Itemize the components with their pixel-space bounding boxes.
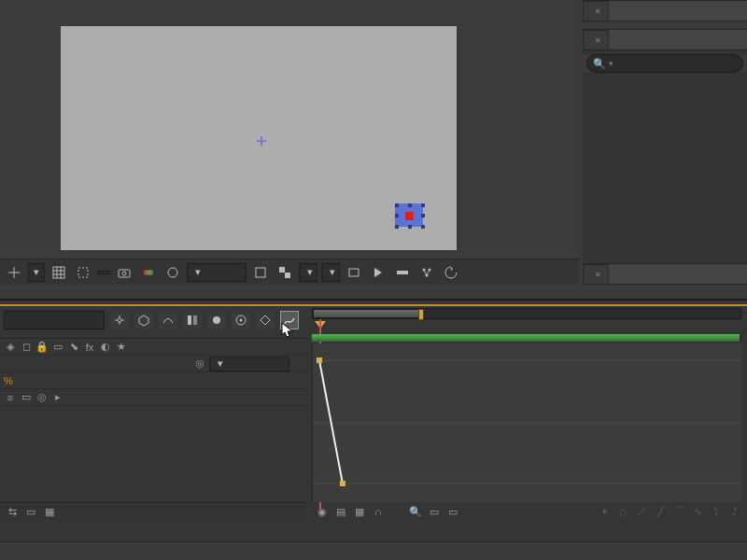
footer-icon-3[interactable]: ▦	[43, 506, 56, 519]
eye-icon[interactable]: ◈	[4, 341, 17, 354]
svg-point-15	[118, 318, 121, 322]
comp-search-field[interactable]	[4, 311, 105, 329]
mask-toggle[interactable]	[73, 263, 93, 282]
svg-point-6	[168, 268, 177, 277]
expression-language-icon[interactable]: ▸	[51, 391, 64, 404]
graph-options-icon[interactable]: ▤	[334, 505, 347, 518]
edit-keys-icon[interactable]: ◇	[616, 505, 629, 518]
flowchart-button[interactable]	[416, 263, 437, 282]
transparency-grid-toggle[interactable]	[275, 263, 295, 282]
svg-rect-17	[193, 315, 197, 325]
pickwhip-icon[interactable]: ◎	[193, 357, 206, 371]
grid-toggle[interactable]	[49, 263, 69, 282]
ease-icon[interactable]: ∿	[691, 505, 704, 518]
svg-rect-8	[279, 267, 285, 273]
fast-preview-menu[interactable]	[368, 263, 388, 282]
lock-icon[interactable]: 🔒	[35, 341, 49, 354]
preview-tab[interactable]: ×	[583, 1, 609, 21]
svg-point-20	[240, 319, 243, 322]
current-time-indicator[interactable]	[315, 319, 326, 334]
motion-blur-toggle[interactable]	[207, 311, 226, 329]
effects-tab[interactable]: ×	[583, 30, 609, 49]
svg-rect-25	[340, 481, 345, 486]
pixel-aspect-toggle[interactable]	[344, 263, 364, 282]
graph-type-icon[interactable]: ▦	[353, 505, 366, 518]
svg-rect-24	[317, 357, 322, 363]
easy-ease-in-icon[interactable]: ⤵	[710, 505, 723, 518]
exposure-reset[interactable]	[441, 263, 461, 282]
character-panel: ×	[583, 263, 747, 285]
fit-all-icon[interactable]: 🔍	[409, 505, 422, 518]
composition-viewer: ▾ ▾ ▾ ▾	[0, 0, 579, 285]
effects-panel: × 🔍▾	[583, 29, 747, 73]
expression-enable-icon[interactable]: ≡	[4, 391, 17, 404]
hide-shy-toggle[interactable]	[159, 311, 177, 329]
expression-pickwhip-icon[interactable]: ◎	[35, 391, 49, 404]
shy-switch-icon[interactable]: ⬊	[67, 341, 80, 354]
magnification-dropdown[interactable]: ▾	[28, 263, 45, 282]
fx-switch-icon[interactable]: fx	[83, 341, 96, 354]
brainstorm-button[interactable]	[232, 311, 250, 329]
viewer-toolbar: ▾ ▾ ▾ ▾	[0, 259, 579, 285]
footer-icon-2[interactable]: ▭	[24, 506, 37, 519]
svg-point-5	[148, 270, 153, 275]
comp-mini-flowchart-button[interactable]	[110, 311, 129, 329]
graph-editor-toolbar: ◉ ▤ ▦ ∩ 🔍 ▭ ▭ ✶ ◇ ⸓ ╱ ⌒ ∿ ⤵ ⤴	[312, 502, 741, 521]
graph-editor[interactable]	[312, 343, 741, 502]
color-mgmt-icon[interactable]	[162, 263, 183, 282]
work-area-bar[interactable]	[312, 334, 741, 342]
views-dropdown[interactable]: ▾	[321, 263, 340, 282]
draft-3d-toggle[interactable]	[134, 311, 153, 329]
expression-row[interactable]: ≡ ▭ ◎ ▸	[0, 389, 308, 406]
svg-rect-0	[53, 267, 64, 278]
roi-toggle[interactable]	[250, 263, 271, 282]
close-icon[interactable]: ×	[595, 269, 600, 280]
label-icon[interactable]: ▭	[51, 341, 64, 354]
toggle-switches-button[interactable]: ⇆	[6, 506, 19, 519]
expression-graph-icon[interactable]: ▭	[20, 391, 33, 404]
property-row[interactable]: %	[0, 372, 308, 389]
separate-dim-icon[interactable]: ✶	[598, 505, 611, 518]
solo-icon[interactable]: ◻	[20, 341, 33, 354]
parent-dropdown[interactable]: ▾	[209, 357, 289, 371]
camera-dropdown[interactable]: ▾	[299, 263, 317, 282]
timeline-panel: ◈ ◻ 🔒 ▭ ⬊ fx ◐ ★ ◎ ▾ % ≡ ▭ ◎ ▸	[0, 299, 747, 541]
effects-search-input[interactable]: 🔍▾	[586, 54, 743, 73]
switches-row: ◈ ◻ 🔒 ▭ ⬊ fx ◐ ★	[0, 339, 308, 356]
preview-panel: ×	[583, 0, 747, 29]
time-navigator[interactable]	[312, 308, 741, 319]
frame-blend-toggle[interactable]	[183, 311, 202, 329]
snap-icon[interactable]: ∩	[372, 505, 385, 518]
character-tab[interactable]: ×	[583, 264, 609, 284]
resolution-dropdown[interactable]: ▾	[187, 263, 247, 282]
quality-icon[interactable]: ◐	[99, 341, 112, 354]
svg-rect-1	[78, 268, 88, 277]
fit-selection-icon[interactable]: ▭	[428, 505, 441, 518]
eye-show-icon[interactable]: ◉	[316, 505, 329, 518]
anchor-crosshair-icon	[257, 136, 266, 146]
composition-canvas[interactable]	[61, 26, 457, 250]
auto-keyframe-toggle[interactable]	[256, 311, 275, 329]
selected-layer[interactable]	[395, 203, 423, 227]
snapshot-button[interactable]	[114, 263, 134, 282]
magnification-menu[interactable]	[4, 263, 24, 282]
timeline-button[interactable]	[392, 263, 413, 282]
time-ruler[interactable]	[312, 308, 741, 334]
layer-row[interactable]: ◎ ▾	[0, 356, 308, 372]
star-icon[interactable]: ★	[115, 341, 128, 354]
current-timecode[interactable]	[97, 271, 110, 274]
close-icon[interactable]: ×	[595, 6, 600, 17]
fit-graph-icon[interactable]: ▭	[446, 505, 459, 518]
svg-rect-7	[256, 268, 265, 277]
graph-editor-toggle[interactable]	[280, 311, 299, 329]
close-icon[interactable]: ×	[595, 35, 600, 46]
linear-icon[interactable]: ╱	[654, 505, 667, 518]
time-navigator-thumb[interactable]	[313, 309, 423, 318]
search-icon: 🔍	[593, 58, 606, 70]
auto-bezier-icon[interactable]: ⌒	[672, 505, 685, 518]
svg-rect-2	[119, 270, 130, 277]
svg-point-18	[213, 316, 220, 324]
channel-menu[interactable]	[138, 263, 159, 282]
easy-ease-out-icon[interactable]: ⤴	[728, 505, 741, 518]
hold-icon[interactable]: ⸓	[635, 505, 648, 518]
